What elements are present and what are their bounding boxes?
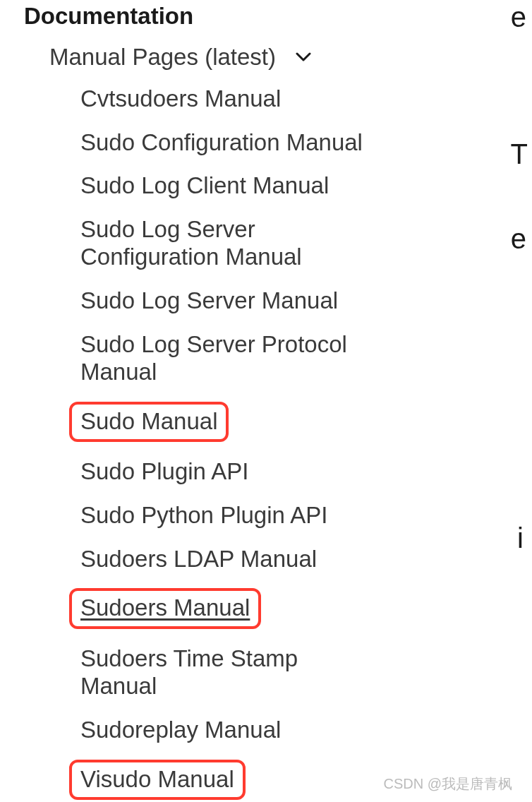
nav-link-sudo-log-server-config[interactable]: Sudo Log Server Configuration Manual — [80, 215, 363, 271]
nav-link-sudo-log-client[interactable]: Sudo Log Client Manual — [80, 172, 329, 200]
nav-item-sudoers-timestamp: Sudoers Time Stamp Manual — [80, 645, 532, 700]
nav-link-sudo-configuration[interactable]: Sudo Configuration Manual — [80, 128, 363, 157]
nav-item-sudo-log-client: Sudo Log Client Manual — [80, 172, 532, 200]
nav-item-sudo-log-server-config: Sudo Log Server Configuration Manual — [80, 215, 532, 271]
section-row[interactable]: Manual Pages (latest) — [49, 44, 532, 71]
nav-item-sudo-log-server: Sudo Log Server Manual — [80, 287, 532, 315]
nav-item-sudo-python-plugin-api: Sudo Python Plugin API — [80, 501, 532, 529]
nav-item-sudo-manual: Sudo Manual — [80, 402, 532, 443]
nav-link-sudo-log-server[interactable]: Sudo Log Server Manual — [80, 287, 338, 315]
nav-item-sudo-log-server-protocol: Sudo Log Server Protocol Manual — [80, 330, 532, 386]
nav-link-sudoers-ldap[interactable]: Sudoers LDAP Manual — [80, 545, 317, 573]
nav-link-sudo-manual[interactable]: Sudo Manual — [80, 407, 217, 436]
nav-item-cvtsudoers: Cvtsudoers Manual — [80, 85, 532, 113]
watermark-text: CSDN @我是唐青枫 — [383, 774, 512, 794]
nav-link-sudo-plugin-api[interactable]: Sudo Plugin API — [80, 457, 249, 486]
nav-item-sudoreplay: Sudoreplay Manual — [80, 716, 532, 744]
nav-link-visudo[interactable]: Visudo Manual — [80, 765, 234, 794]
nav-link-sudoers-manual[interactable]: Sudoers Manual — [80, 594, 250, 622]
section-label: Manual Pages (latest) — [49, 44, 276, 71]
documentation-header: Documentation — [24, 3, 532, 30]
nav-link-sudo-log-server-protocol[interactable]: Sudo Log Server Protocol Manual — [80, 330, 363, 386]
nav-item-sudo-configuration: Sudo Configuration Manual — [80, 128, 532, 157]
nav-item-sudo-plugin-api: Sudo Plugin API — [80, 457, 532, 486]
nav-link-sudoers-timestamp[interactable]: Sudoers Time Stamp Manual — [80, 645, 363, 700]
nav-item-sudoers-manual: Sudoers Manual — [80, 588, 532, 629]
side-char-2: e — [511, 223, 526, 255]
side-char-3: i — [517, 522, 524, 554]
chevron-down-icon — [296, 49, 311, 65]
side-char-1: T — [511, 138, 528, 170]
nav-link-cvtsudoers[interactable]: Cvtsudoers Manual — [80, 85, 281, 113]
nav-link-sudo-python-plugin-api[interactable]: Sudo Python Plugin API — [80, 501, 327, 529]
nav-link-sudoreplay[interactable]: Sudoreplay Manual — [80, 716, 281, 744]
nav-list: Cvtsudoers Manual Sudo Configuration Man… — [80, 85, 532, 800]
nav-item-sudoers-ldap: Sudoers LDAP Manual — [80, 545, 532, 573]
highlight-box-sudoers-manual: Sudoers Manual — [69, 588, 261, 629]
side-char-0: e — [511, 1, 526, 33]
highlight-box-sudo-manual: Sudo Manual — [69, 402, 229, 443]
highlight-box-visudo: Visudo Manual — [69, 760, 246, 801]
